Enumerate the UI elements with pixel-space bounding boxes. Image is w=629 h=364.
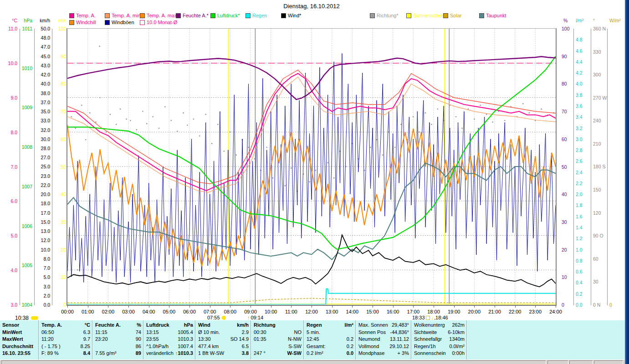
cell-label: 23:55 (146, 336, 159, 343)
table-row-labels: SensorMinWertMaxWertDurchschnitt16.10. 2… (0, 320, 39, 359)
cell-value: 29,483° (392, 322, 409, 329)
cell-label: 0.2 l/m² (307, 350, 323, 357)
cell-value: 1010.3 (178, 336, 193, 343)
cell-label: 13:30 (198, 336, 211, 343)
x-axis-label: 17:00 (403, 309, 423, 314)
legend-swatch-icon (176, 13, 181, 18)
legend-swatch-icon (140, 20, 145, 25)
x-axis-label: 08:00 (220, 309, 240, 314)
axis-tick: 70 (61, 109, 66, 114)
axis-tick: 30 (562, 220, 567, 225)
axis-tick: 90 (562, 54, 567, 59)
legend-label: Sonnenschein (413, 13, 445, 18)
axis-tick: 7.0 (43, 266, 50, 271)
cell-value: 262m (452, 322, 465, 329)
x-axis-label: 09:00 (240, 309, 261, 314)
axis-tick: 40.0 (41, 81, 50, 86)
axis-unit-min: min (58, 18, 66, 23)
cell-label: F: 89 % (41, 350, 59, 357)
axis-tick: 20 (562, 248, 567, 253)
axis-tick: 2.8 (576, 148, 583, 153)
axis-tick: 35.0 (41, 109, 50, 114)
x-axis-label: 11:00 (281, 309, 301, 314)
table-group-temp-a-: Temp. A.°C06:506.311:209.7( - 1.75 )8.25… (39, 320, 93, 359)
axis-tick: 0.6 (576, 269, 583, 274)
legend-label: Taupunkt (486, 13, 506, 18)
axis-tick: 90 (61, 54, 66, 59)
axis-tick: 100 (562, 26, 570, 31)
chart-plot-area[interactable] (66, 28, 557, 306)
x-axis-label: 14:00 (342, 309, 362, 314)
cell-value: 9.7 (83, 336, 90, 343)
axis-tick: 60 (562, 137, 567, 142)
status-panel-1 (547, 360, 568, 364)
legend-item-windchill: Windchill (69, 20, 96, 25)
axis-tick: 20.0 (41, 192, 50, 197)
cell-value: 6.5 (242, 343, 249, 350)
x-axis-label: 22:00 (505, 309, 525, 314)
cell-value: % (137, 322, 141, 329)
cell-label: ^1.0hPa/h (146, 343, 169, 350)
cell-label: Sichtweite (414, 329, 437, 336)
axis-tick: 40 (562, 192, 567, 197)
axis-tick: 360 N (593, 26, 606, 31)
cell-value: l/m² (344, 322, 353, 329)
axis-tick: 12.0 (41, 238, 50, 243)
legend-label: Solar (450, 13, 462, 18)
x-axis-label: 01:00 (78, 309, 98, 314)
open-square-icon (426, 316, 430, 320)
cell-label: 13:15 (146, 329, 159, 336)
axis-tick: 3.6 (576, 104, 583, 109)
cell-value: 0:00h (452, 350, 465, 357)
cell-value: 8.25 (81, 343, 90, 350)
axis-tick: 0.0 (576, 303, 583, 308)
axis-tick: 1.8 (576, 203, 583, 208)
status-panel-main (1, 360, 546, 364)
legend-label: Temp. A. max (147, 13, 177, 18)
axis-tick: 4.0 (10, 268, 17, 273)
cell-value: ↑1010.3 (175, 350, 193, 357)
cell-label: Richtung (254, 322, 276, 329)
cell-label: MinWert (2, 329, 22, 336)
status-panel-3 (594, 360, 623, 364)
legend-swatch-icon (281, 13, 286, 18)
axis-tick: 1004 (22, 303, 32, 308)
axis-tick: 1005 (22, 263, 32, 268)
axis-tick: 1007 (22, 184, 32, 189)
legend-swatch-icon (406, 13, 411, 18)
cell-label: Feuchte A. (95, 322, 121, 329)
axis-tick: 80 (562, 81, 567, 86)
axis-line (591, 29, 591, 305)
x-axis-label: 18:00 (424, 309, 444, 314)
cell-value: N-NW (288, 336, 302, 343)
legend-swatch-icon (443, 13, 448, 18)
cell-label: Neumond (358, 336, 380, 343)
axis-tick: 60 (61, 137, 66, 142)
cell-label: Wolkenunterg (414, 322, 445, 329)
table-group-luftdruck: LuftdruckhPa13:151005.423:551010.3^1.0hP… (144, 320, 196, 359)
axis-tick: 48.0 (41, 35, 50, 40)
x-axis-label: 06:00 (179, 309, 199, 314)
cell-value: 2.9 (242, 329, 249, 336)
x-axis-label: 04:00 (139, 309, 159, 314)
weather-chart[interactable] (67, 29, 556, 304)
axis-line (607, 29, 608, 305)
legend-item-luftdruck-: Luftdruck* (210, 13, 240, 18)
cell-label: 11:20 (41, 336, 54, 343)
cell-label: Luftdruck (146, 322, 169, 329)
axis-tick: 1010 (22, 66, 32, 71)
axis-tick: 11.0 (8, 26, 17, 31)
axis-tick: 150 (593, 187, 601, 192)
cell-value: 0.2 (347, 343, 353, 350)
axis-tick: 180 S (593, 164, 605, 169)
legend-label: Temp. A. min (112, 13, 141, 18)
axis-tick: 0 (609, 303, 612, 308)
cell-label: Wind (198, 322, 210, 329)
axis-tick: 50.0 (41, 26, 50, 31)
cell-label: veränderlich (146, 350, 174, 357)
axis-tick: 10.0 (8, 61, 17, 66)
axis-tick: 8.0 (10, 130, 17, 135)
axis-tick: 4.8 (576, 37, 583, 42)
axis-tick: 1009 (22, 105, 32, 110)
legend-label: Windböen (112, 20, 134, 25)
